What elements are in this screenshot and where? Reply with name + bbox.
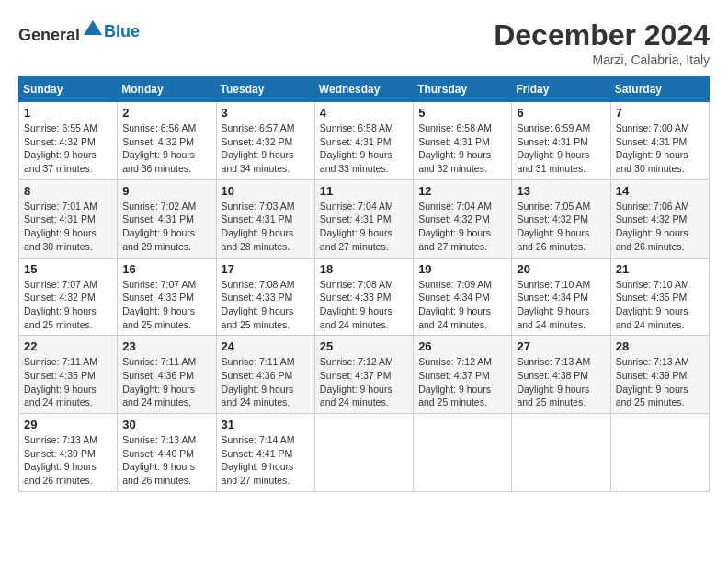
table-row: 5Sunrise: 6:58 AMSunset: 4:31 PMDaylight… — [414, 102, 512, 180]
table-row: 16Sunrise: 7:07 AMSunset: 4:33 PMDayligh… — [118, 258, 216, 336]
table-row: 2Sunrise: 6:56 AMSunset: 4:32 PMDaylight… — [118, 102, 216, 180]
calendar-row: 8Sunrise: 7:01 AMSunset: 4:31 PMDaylight… — [19, 179, 710, 258]
table-row: 3Sunrise: 6:57 AMSunset: 4:32 PMDaylight… — [216, 102, 314, 180]
day-number: 22 — [24, 339, 112, 353]
day-number: 14 — [616, 184, 704, 198]
logo-blue: Blue — [104, 22, 140, 40]
day-info: Sunrise: 6:59 AMSunset: 4:31 PMDaylight:… — [517, 121, 605, 176]
day-info: Sunrise: 7:03 AMSunset: 4:31 PMDaylight:… — [222, 200, 310, 254]
calendar-header-row: Sunday Monday Tuesday Wednesday Thursday… — [19, 77, 710, 102]
day-info: Sunrise: 7:12 AMSunset: 4:37 PMDaylight:… — [418, 355, 506, 409]
day-number: 3 — [222, 106, 310, 120]
empty-cell — [610, 414, 709, 492]
day-number: 20 — [517, 262, 605, 276]
day-number: 13 — [517, 184, 605, 198]
table-row: 18Sunrise: 7:08 AMSunset: 4:33 PMDayligh… — [314, 258, 413, 336]
table-row: 31Sunrise: 7:14 AMSunset: 4:41 PMDayligh… — [216, 414, 314, 492]
day-info: Sunrise: 6:58 AMSunset: 4:31 PMDaylight:… — [418, 121, 506, 176]
table-row: 7Sunrise: 7:00 AMSunset: 4:31 PMDaylight… — [610, 102, 709, 180]
table-row: 29Sunrise: 7:13 AMSunset: 4:39 PMDayligh… — [19, 414, 118, 492]
day-info: Sunrise: 7:10 AMSunset: 4:35 PMDaylight:… — [616, 278, 704, 332]
day-number: 17 — [222, 262, 310, 276]
day-info: Sunrise: 6:56 AMSunset: 4:32 PMDaylight:… — [122, 121, 210, 176]
day-info: Sunrise: 7:10 AMSunset: 4:34 PMDaylight:… — [517, 278, 605, 332]
logo: General Blue — [18, 18, 140, 45]
page-header: General Blue December 2024 Marzi, Calabr… — [18, 18, 710, 67]
day-info: Sunrise: 7:08 AMSunset: 4:33 PMDaylight:… — [222, 278, 310, 332]
table-row: 20Sunrise: 7:10 AMSunset: 4:34 PMDayligh… — [512, 258, 610, 336]
day-number: 28 — [616, 339, 704, 353]
day-number: 16 — [122, 262, 210, 276]
col-wednesday: Wednesday — [314, 77, 413, 102]
day-number: 23 — [122, 339, 210, 353]
calendar-table: Sunday Monday Tuesday Wednesday Thursday… — [18, 76, 710, 492]
day-info: Sunrise: 7:14 AMSunset: 4:41 PMDaylight:… — [222, 433, 310, 488]
day-number: 8 — [24, 184, 112, 198]
svg-marker-0 — [84, 20, 102, 35]
empty-cell — [512, 414, 610, 492]
table-row: 21Sunrise: 7:10 AMSunset: 4:35 PMDayligh… — [610, 258, 709, 336]
table-row: 26Sunrise: 7:12 AMSunset: 4:37 PMDayligh… — [414, 336, 512, 414]
day-info: Sunrise: 7:07 AMSunset: 4:33 PMDaylight:… — [122, 278, 210, 332]
calendar-row: 15Sunrise: 7:07 AMSunset: 4:32 PMDayligh… — [19, 258, 710, 336]
day-info: Sunrise: 7:01 AMSunset: 4:31 PMDaylight:… — [24, 200, 112, 254]
day-info: Sunrise: 7:11 AMSunset: 4:36 PMDaylight:… — [122, 355, 210, 409]
day-number: 5 — [418, 106, 506, 120]
col-monday: Monday — [118, 77, 216, 102]
day-number: 21 — [616, 262, 704, 276]
table-row: 12Sunrise: 7:04 AMSunset: 4:32 PMDayligh… — [414, 179, 512, 258]
table-row: 28Sunrise: 7:13 AMSunset: 4:39 PMDayligh… — [610, 336, 709, 414]
day-number: 12 — [418, 184, 506, 198]
calendar-row: 1Sunrise: 6:55 AMSunset: 4:32 PMDaylight… — [19, 102, 710, 180]
table-row: 14Sunrise: 7:06 AMSunset: 4:32 PMDayligh… — [610, 179, 709, 258]
title-area: December 2024 Marzi, Calabria, Italy — [494, 18, 710, 67]
col-thursday: Thursday — [414, 77, 512, 102]
table-row: 17Sunrise: 7:08 AMSunset: 4:33 PMDayligh… — [216, 258, 314, 336]
table-row: 24Sunrise: 7:11 AMSunset: 4:36 PMDayligh… — [216, 336, 314, 414]
day-number: 29 — [24, 418, 112, 431]
col-sunday: Sunday — [19, 77, 118, 102]
day-number: 18 — [320, 262, 408, 276]
day-info: Sunrise: 7:06 AMSunset: 4:32 PMDaylight:… — [616, 200, 704, 254]
table-row: 30Sunrise: 7:13 AMSunset: 4:40 PMDayligh… — [118, 414, 216, 492]
calendar-row: 22Sunrise: 7:11 AMSunset: 4:35 PMDayligh… — [19, 336, 710, 414]
day-info: Sunrise: 6:58 AMSunset: 4:31 PMDaylight:… — [320, 121, 408, 176]
day-info: Sunrise: 7:04 AMSunset: 4:32 PMDaylight:… — [418, 200, 506, 254]
day-number: 31 — [222, 418, 310, 431]
day-number: 9 — [122, 184, 210, 198]
day-info: Sunrise: 6:57 AMSunset: 4:32 PMDaylight:… — [222, 121, 310, 176]
day-number: 25 — [320, 339, 408, 353]
logo-icon — [82, 18, 104, 40]
table-row: 11Sunrise: 7:04 AMSunset: 4:31 PMDayligh… — [314, 179, 413, 258]
day-number: 6 — [517, 106, 605, 120]
table-row: 4Sunrise: 6:58 AMSunset: 4:31 PMDaylight… — [314, 102, 413, 180]
day-info: Sunrise: 7:13 AMSunset: 4:38 PMDaylight:… — [517, 355, 605, 409]
table-row: 23Sunrise: 7:11 AMSunset: 4:36 PMDayligh… — [118, 336, 216, 414]
logo-general: General — [18, 26, 80, 44]
day-number: 27 — [517, 339, 605, 353]
day-info: Sunrise: 7:02 AMSunset: 4:31 PMDaylight:… — [122, 200, 210, 254]
col-tuesday: Tuesday — [216, 77, 314, 102]
day-info: Sunrise: 7:07 AMSunset: 4:32 PMDaylight:… — [24, 278, 112, 332]
table-row: 15Sunrise: 7:07 AMSunset: 4:32 PMDayligh… — [19, 258, 118, 336]
day-number: 26 — [418, 339, 506, 353]
empty-cell — [314, 414, 413, 492]
table-row: 19Sunrise: 7:09 AMSunset: 4:34 PMDayligh… — [414, 258, 512, 336]
location: Marzi, Calabria, Italy — [494, 52, 710, 67]
day-info: Sunrise: 7:12 AMSunset: 4:37 PMDaylight:… — [320, 355, 408, 409]
empty-cell — [414, 414, 512, 492]
day-number: 30 — [122, 418, 210, 431]
day-info: Sunrise: 7:11 AMSunset: 4:35 PMDaylight:… — [24, 355, 112, 409]
table-row: 10Sunrise: 7:03 AMSunset: 4:31 PMDayligh… — [216, 179, 314, 258]
table-row: 1Sunrise: 6:55 AMSunset: 4:32 PMDaylight… — [19, 102, 118, 180]
day-info: Sunrise: 6:55 AMSunset: 4:32 PMDaylight:… — [24, 121, 112, 176]
day-number: 4 — [320, 106, 408, 120]
day-number: 1 — [24, 106, 112, 120]
day-info: Sunrise: 7:13 AMSunset: 4:39 PMDaylight:… — [616, 355, 704, 409]
day-info: Sunrise: 7:11 AMSunset: 4:36 PMDaylight:… — [222, 355, 310, 409]
calendar-row: 29Sunrise: 7:13 AMSunset: 4:39 PMDayligh… — [19, 414, 710, 492]
day-number: 24 — [222, 339, 310, 353]
day-info: Sunrise: 7:05 AMSunset: 4:32 PMDaylight:… — [517, 200, 605, 254]
table-row: 8Sunrise: 7:01 AMSunset: 4:31 PMDaylight… — [19, 179, 118, 258]
day-info: Sunrise: 7:00 AMSunset: 4:31 PMDaylight:… — [616, 121, 704, 176]
